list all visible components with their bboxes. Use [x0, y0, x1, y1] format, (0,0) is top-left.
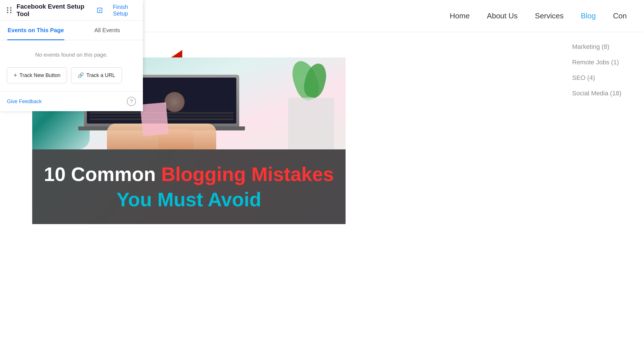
- sidebar-item-seo[interactable]: SEO (4): [572, 74, 635, 82]
- plus-icon: +: [14, 72, 17, 79]
- fb-panel-footer: Give Feedback ?: [0, 91, 143, 111]
- sidebar-item-social-media-count: (18): [610, 90, 621, 97]
- sidebar-item-seo-label: SEO: [572, 74, 587, 81]
- nav-item-blog[interactable]: Blog: [581, 11, 596, 20]
- fb-panel-tabs: Events on This Page All Events: [0, 21, 143, 40]
- fb-event-setup-panel: Facebook Event Setup Tool Finish Setup E…: [0, 0, 143, 111]
- sidebar-item-marketing-count: (8): [602, 43, 610, 50]
- link-icon: 🔗: [78, 72, 84, 78]
- sidebar-item-marketing[interactable]: Marketing (8): [572, 43, 635, 51]
- nav-item-contact[interactable]: Con: [613, 11, 627, 20]
- blog-title-line1: 10 Common Blogging Mistakes: [44, 163, 334, 185]
- sidebar: Marketing (8) Remote Jobs (1) SEO (4) So…: [564, 32, 644, 117]
- sidebar-item-marketing-label: Marketing: [572, 43, 602, 50]
- sidebar-item-remote-jobs-count: (1): [611, 59, 619, 66]
- nav-item-services[interactable]: Services: [535, 11, 564, 20]
- no-events-message: No events found on this page.: [35, 52, 108, 58]
- blog-post-overlay: 10 Common Blogging Mistakes You Must Avo…: [32, 149, 346, 224]
- sidebar-item-social-media-label: Social Media: [572, 90, 610, 97]
- svg-rect-0: [97, 8, 102, 12]
- fb-panel-header: Facebook Event Setup Tool Finish Setup: [0, 0, 143, 21]
- track-new-button-label: Track New Button: [20, 72, 60, 78]
- finish-setup-icon: [97, 7, 103, 14]
- blog-title-highlight: Blogging Mistakes: [161, 163, 334, 185]
- tab-events-this-page[interactable]: Events on This Page: [0, 21, 72, 40]
- nav-item-home[interactable]: Home: [450, 11, 469, 20]
- tab-all-events[interactable]: All Events: [72, 21, 143, 40]
- give-feedback-link[interactable]: Give Feedback: [7, 99, 42, 105]
- fb-panel-title-group: Facebook Event Setup Tool: [7, 3, 97, 18]
- site-nav: Home About Us Services Blog Con: [450, 11, 627, 20]
- finish-setup-button[interactable]: Finish Setup: [97, 4, 136, 17]
- finish-setup-label: Finish Setup: [105, 4, 136, 17]
- sidebar-item-seo-count: (4): [587, 74, 595, 81]
- track-url-button[interactable]: 🔗 Track a URL: [71, 67, 122, 83]
- blog-title-static: 10 Common: [44, 163, 161, 185]
- drag-handle-icon[interactable]: [7, 7, 12, 13]
- nav-item-about[interactable]: About Us: [487, 11, 518, 20]
- sidebar-item-remote-jobs[interactable]: Remote Jobs (1): [572, 59, 635, 66]
- blog-title-line2: You Must Avoid: [116, 188, 261, 211]
- track-new-button[interactable]: + Track New Button: [7, 67, 67, 83]
- fb-panel-actions: + Track New Button 🔗 Track a URL: [0, 67, 143, 91]
- fb-panel-body: No events found on this page.: [0, 40, 143, 67]
- sidebar-item-remote-jobs-label: Remote Jobs: [572, 59, 611, 66]
- track-url-label: Track a URL: [86, 72, 115, 78]
- sidebar-item-social-media[interactable]: Social Media (18): [572, 90, 635, 97]
- help-icon[interactable]: ?: [127, 97, 136, 106]
- fb-panel-title: Facebook Event Setup Tool: [16, 3, 96, 18]
